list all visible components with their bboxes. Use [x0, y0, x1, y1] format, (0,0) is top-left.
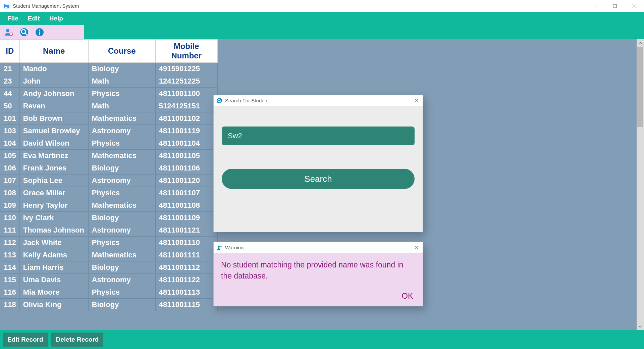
vertical-scrollbar[interactable] [637, 39, 644, 330]
search-icon[interactable] [19, 28, 29, 37]
table-cell[interactable]: Biology [88, 261, 155, 274]
table-cell[interactable]: Biology [88, 212, 155, 224]
table-cell[interactable]: 4811001121 [155, 224, 217, 237]
table-cell[interactable]: 4811001113 [155, 286, 217, 299]
table-cell[interactable]: 4811001100 [155, 88, 217, 100]
table-row[interactable]: 44Andy JohnsonPhysics4811001100 [0, 88, 218, 100]
table-cell[interactable]: 118 [0, 299, 20, 311]
table-cell[interactable]: Grace Miller [19, 187, 88, 199]
table-cell[interactable]: 114 [0, 261, 20, 274]
search-submit-button[interactable]: Search [222, 169, 415, 189]
table-cell[interactable]: Mia Moore [19, 286, 88, 299]
table-cell[interactable]: 4811001120 [155, 174, 217, 187]
table-row[interactable]: 110Ivy ClarkBiology4811001109 [0, 212, 218, 224]
table-cell[interactable]: Liam Harris [19, 261, 88, 274]
table-cell[interactable]: Mathematics [88, 112, 155, 125]
table-cell[interactable]: 4811001122 [155, 274, 217, 286]
table-cell[interactable]: 1241251225 [155, 75, 217, 88]
close-button[interactable] [625, 0, 644, 12]
table-cell[interactable]: 4915901225 [155, 63, 217, 75]
table-row[interactable]: 112Jack WhitePhysics4811001110 [0, 237, 218, 249]
column-header[interactable]: Name [19, 40, 88, 63]
menu-help[interactable]: Help [46, 13, 66, 23]
table-cell[interactable]: Eva Martinez [19, 150, 88, 162]
scroll-up-arrow[interactable] [637, 39, 644, 47]
table-cell[interactable]: 4811001102 [155, 112, 217, 125]
table-row[interactable]: 104David WilsonPhysics4811001104 [0, 137, 218, 150]
info-icon[interactable] [35, 28, 44, 37]
table-row[interactable]: 111Thomas JohnsonAstronomy4811001121 [0, 224, 218, 237]
table-cell[interactable]: 4811001115 [155, 299, 217, 311]
table-cell[interactable]: Bob Brown [19, 112, 88, 125]
table-cell[interactable]: 4811001104 [155, 137, 217, 150]
table-row[interactable]: 118Olivia KingBiology4811001115 [0, 299, 218, 311]
table-cell[interactable]: John [19, 75, 88, 88]
table-row[interactable]: 50RevenMath5124125151 [0, 100, 218, 112]
table-cell[interactable]: 105 [0, 150, 20, 162]
table-cell[interactable]: Physics [88, 88, 155, 100]
delete-record-button[interactable]: Delete Record [51, 333, 104, 347]
table-cell[interactable]: David Wilson [19, 137, 88, 150]
table-cell[interactable]: 113 [0, 249, 20, 261]
search-name-input[interactable] [222, 127, 415, 145]
edit-record-button[interactable]: Edit Record [3, 333, 48, 347]
table-row[interactable]: 115Uma DavisAstronomy4811001122 [0, 274, 218, 286]
table-cell[interactable]: Math [88, 75, 155, 88]
maximize-button[interactable] [605, 0, 625, 12]
table-row[interactable]: 116Mia MoorePhysics4811001113 [0, 286, 218, 299]
table-cell[interactable]: Henry Taylor [19, 199, 88, 212]
table-cell[interactable]: 115 [0, 274, 20, 286]
table-cell[interactable]: Kelly Adams [19, 249, 88, 261]
table-cell[interactable]: Olivia King [19, 299, 88, 311]
warning-dialog-close-icon[interactable]: ✕ [413, 244, 420, 251]
table-row[interactable]: 101Bob BrownMathematics4811001102 [0, 112, 218, 125]
table-cell[interactable]: Biology [88, 162, 155, 174]
search-dialog-close-icon[interactable]: ✕ [413, 97, 420, 104]
table-cell[interactable]: Ivy Clark [19, 212, 88, 224]
warning-dialog-titlebar[interactable]: Warning ✕ [214, 242, 423, 253]
table-cell[interactable]: 23 [0, 75, 20, 88]
table-row[interactable]: 21MandoBiology4915901225 [0, 63, 218, 75]
table-cell[interactable]: Biology [88, 299, 155, 311]
table-cell[interactable]: 44 [0, 88, 20, 100]
column-header[interactable]: Course [88, 40, 155, 63]
table-cell[interactable]: Andy Johnson [19, 88, 88, 100]
table-cell[interactable]: 4811001105 [155, 150, 217, 162]
column-header[interactable]: ID [0, 40, 20, 63]
table-cell[interactable]: 4811001107 [155, 187, 217, 199]
table-cell[interactable]: 106 [0, 162, 20, 174]
table-cell[interactable]: 4811001106 [155, 162, 217, 174]
table-cell[interactable]: 110 [0, 212, 20, 224]
table-cell[interactable]: 109 [0, 199, 20, 212]
add-student-icon[interactable] [4, 28, 13, 37]
table-cell[interactable]: Reven [19, 100, 88, 112]
students-table[interactable]: IDNameCourseMobile Number 21MandoBiology… [0, 39, 218, 311]
table-cell[interactable]: Astronomy [88, 274, 155, 286]
table-cell[interactable]: 104 [0, 137, 20, 150]
search-dialog-titlebar[interactable]: Search For Student ✕ [214, 95, 423, 106]
table-cell[interactable]: Physics [88, 137, 155, 150]
table-row[interactable]: 108Grace MillerPhysics4811001107 [0, 187, 218, 199]
table-cell[interactable]: Uma Davis [19, 274, 88, 286]
minimize-button[interactable] [586, 0, 605, 12]
table-cell[interactable]: Physics [88, 286, 155, 299]
table-cell[interactable]: 112 [0, 237, 20, 249]
table-cell[interactable]: Astronomy [88, 125, 155, 137]
menu-edit[interactable]: Edit [24, 13, 43, 23]
table-row[interactable]: 105Eva MartinezMathematics4811001105 [0, 150, 218, 162]
scroll-down-arrow[interactable] [637, 323, 644, 330]
table-cell[interactable]: 4811001119 [155, 125, 217, 137]
table-cell[interactable]: 4811001109 [155, 212, 217, 224]
column-header[interactable]: Mobile Number [155, 40, 217, 63]
table-cell[interactable]: Frank Jones [19, 162, 88, 174]
table-cell[interactable]: 21 [0, 63, 20, 75]
table-cell[interactable]: 4811001110 [155, 237, 217, 249]
table-cell[interactable]: Thomas Johnson [19, 224, 88, 237]
warning-ok-button[interactable]: OK [399, 290, 415, 303]
table-row[interactable]: 113Kelly AdamsMathematics4811001111 [0, 249, 218, 261]
table-cell[interactable]: Astronomy [88, 174, 155, 187]
table-cell[interactable]: Math [88, 100, 155, 112]
table-cell[interactable]: Mathematics [88, 150, 155, 162]
table-cell[interactable]: Physics [88, 237, 155, 249]
table-cell[interactable]: 103 [0, 125, 20, 137]
